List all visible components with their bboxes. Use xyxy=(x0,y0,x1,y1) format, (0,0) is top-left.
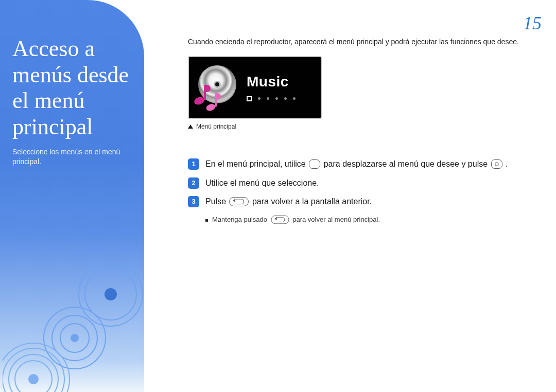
intro-text: Cuando encienda el reproductor, aparecer… xyxy=(188,37,528,47)
pager-dot xyxy=(284,97,287,100)
steps-list: 1 En el menú principal, utilice para des… xyxy=(188,158,528,225)
step-2: 2 Utilice el menú que seleccione. xyxy=(188,177,528,190)
select-button-icon xyxy=(491,159,502,169)
nav-pad-icon xyxy=(309,159,320,169)
step-3-text-a: Pulse xyxy=(205,197,228,206)
bullet-icon xyxy=(205,219,208,222)
sidebar-subtitle: Seleccione los menús en el menú principa… xyxy=(12,147,135,167)
tip-text-b: para volver al menú principal. xyxy=(292,216,380,223)
step-1-text-b: para desplazarse al menú que desee y pul… xyxy=(324,159,490,168)
step-badge-1: 1 xyxy=(188,158,199,170)
decorative-circles xyxy=(3,238,144,392)
step-badge-3: 3 xyxy=(188,196,199,207)
step-1-text-c: . xyxy=(506,159,508,168)
pager-dot xyxy=(293,97,296,100)
step-1-text-a: En el menú principal, utilice xyxy=(205,159,308,168)
svg-point-6 xyxy=(71,334,79,342)
sidebar: Acceso a menús desde el menú principal S… xyxy=(0,0,144,392)
tip-text: Mantenga pulsado para volver al menú pri… xyxy=(212,215,380,225)
pager-dot xyxy=(258,97,260,100)
step-1-body: En el menú principal, utilice para despl… xyxy=(205,158,528,171)
pager-dots xyxy=(247,96,296,101)
device-screen-mock: Music xyxy=(188,56,322,119)
svg-point-7 xyxy=(3,343,70,392)
pager-dot xyxy=(267,97,269,100)
step-2-text: Utilice el menú que seleccione. xyxy=(205,179,319,187)
caption-text: Menú principal xyxy=(196,123,236,130)
music-icon xyxy=(196,66,238,109)
step-badge-2: 2 xyxy=(188,177,199,189)
tip-row: Mantenga pulsado para volver al menú pri… xyxy=(205,215,528,225)
pager-indicator-active xyxy=(247,96,252,101)
svg-point-11 xyxy=(28,374,39,384)
back-button-icon xyxy=(229,197,249,206)
content-area: Cuando encienda el reproductor, aparecer… xyxy=(188,37,528,225)
svg-point-2 xyxy=(105,288,117,300)
tip-text-a: Mantenga pulsado xyxy=(212,216,269,223)
triangle-up-icon xyxy=(188,124,193,129)
step-3: 3 Pulse para volver a la pantalla anteri… xyxy=(188,195,528,208)
step-1: 1 En el menú principal, utilice para des… xyxy=(188,158,528,171)
step-3-text-b: para volver a la pantalla anterior. xyxy=(252,197,372,206)
screen-caption: Menú principal xyxy=(188,123,528,130)
pager-dot xyxy=(275,97,278,100)
back-button-icon xyxy=(271,216,289,224)
sidebar-title: Acceso a menús desde el menú principal xyxy=(12,36,135,140)
page-number: 15 xyxy=(523,12,542,34)
step-3-body: Pulse para volver a la pantalla anterior… xyxy=(205,195,528,208)
step-2-body: Utilice el menú que seleccione. xyxy=(205,177,528,190)
screen-label: Music xyxy=(247,74,296,90)
